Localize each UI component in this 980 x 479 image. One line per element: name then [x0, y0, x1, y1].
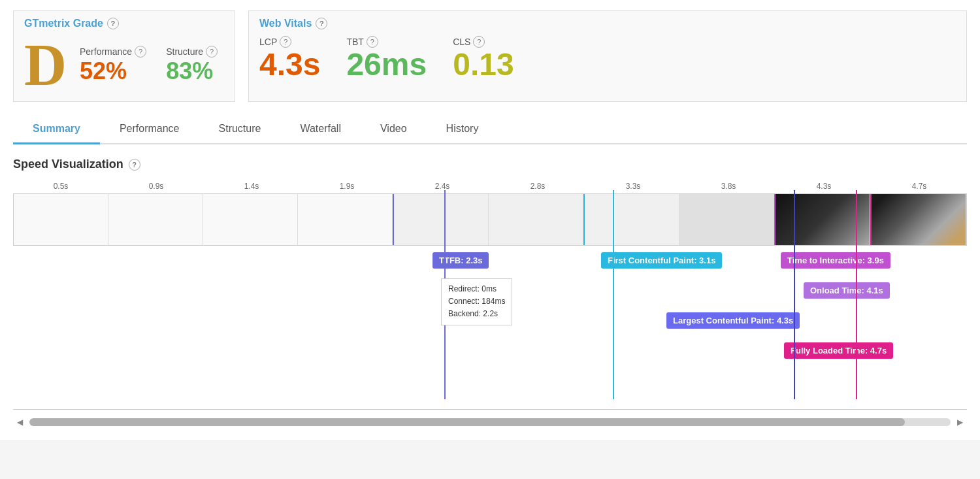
top-section: GTmetrix Grade ? D Performance ? 52% — [13, 10, 967, 102]
scrollbar-row: ◀ ▶ — [13, 415, 967, 429]
grade-metrics: Performance ? 52% Structure ? 83% — [80, 46, 218, 85]
filmstrip — [13, 193, 967, 246]
tbt-help-icon[interactable]: ? — [367, 36, 378, 48]
web-vitals-box: Web Vitals ? LCP ? 4.3s TBT ? 26ms — [248, 10, 967, 102]
speed-viz-help-icon[interactable]: ? — [129, 159, 140, 171]
ttfb-connect: Connect: 184ms — [448, 295, 505, 308]
timeline-scroll-container[interactable]: 0.5s 0.9s 1.4s 1.9s 2.4s 2.8s 3.3s 3.8s … — [13, 182, 967, 410]
frame-2 — [203, 194, 298, 245]
grade-inner: D Performance ? 52% Structure ? — [24, 36, 224, 95]
tick-5: 2.8s — [490, 182, 585, 191]
frame-0 — [14, 194, 108, 245]
tick-2: 1.4s — [204, 182, 299, 191]
grade-letter: D — [24, 36, 67, 95]
scroll-left-arrow[interactable]: ◀ — [13, 415, 27, 429]
structure-help-icon[interactable]: ? — [206, 46, 218, 58]
tabs-container: Summary Performance Structure Waterfall … — [13, 115, 967, 144]
frame-9 — [870, 194, 966, 245]
fcp-vline — [613, 190, 614, 399]
performance-metric: Performance ? 52% — [80, 46, 146, 85]
structure-metric-value: 83% — [166, 58, 213, 85]
ttfb-detail-box: Redirect: 0ms Connect: 184ms Backend: 2.… — [441, 278, 512, 325]
fully-vline — [856, 190, 857, 399]
tab-waterfall[interactable]: Waterfall — [280, 115, 361, 144]
timeline-inner: 0.5s 0.9s 1.4s 1.9s 2.4s 2.8s 3.3s 3.8s … — [13, 182, 967, 409]
lcp-value: 4.3s — [259, 48, 320, 82]
lcp-help-icon[interactable]: ? — [280, 36, 291, 48]
frame-6 — [583, 194, 679, 245]
tick-3: 1.9s — [299, 182, 395, 191]
lcp-label: LCP ? — [259, 36, 291, 48]
onload-badge: Onload Time: 4.1s — [804, 282, 890, 299]
web-vitals-help-icon[interactable]: ? — [316, 18, 327, 29]
main-container: GTmetrix Grade ? D Performance ? 52% — [0, 0, 980, 440]
lcp-vital: LCP ? 4.3s — [259, 36, 320, 82]
tick-4: 2.4s — [395, 182, 490, 191]
frame-3 — [298, 194, 393, 245]
structure-metric-label: Structure ? — [166, 46, 218, 58]
tick-1: 0.9s — [108, 182, 204, 191]
tick-7: 3.8s — [681, 182, 776, 191]
frame-5 — [489, 194, 583, 245]
tab-video[interactable]: Video — [361, 115, 427, 144]
timing-badges-area: TTFB: 2.3s Redirect: 0ms Connect: 184ms … — [13, 252, 967, 396]
gtmetrix-grade-box: GTmetrix Grade ? D Performance ? 52% — [13, 10, 235, 102]
web-vitals-label: Web Vitals — [259, 18, 312, 29]
lcp-badge: Largest Contentful Paint: 4.3s — [666, 312, 800, 329]
vitals-inner: LCP ? 4.3s TBT ? 26ms CLS ? — [259, 36, 956, 82]
tti-vline — [794, 190, 795, 399]
tab-summary[interactable]: Summary — [13, 115, 100, 144]
filmstrip-wrapper — [13, 193, 967, 252]
time-axis: 0.5s 0.9s 1.4s 1.9s 2.4s 2.8s 3.3s 3.8s … — [13, 182, 967, 191]
tick-6: 3.3s — [585, 182, 681, 191]
scrollbar-thumb — [29, 418, 905, 426]
tab-performance[interactable]: Performance — [100, 115, 199, 144]
ttfb-badge: TTFB: 2.3s — [433, 252, 489, 269]
speed-visualization-section: Speed Visualization ? 0.5s 0.9s 1.4s 1.9… — [13, 157, 967, 429]
scroll-right-arrow[interactable]: ▶ — [953, 415, 967, 429]
gtmetrix-grade-title: GTmetrix Grade ? — [24, 18, 224, 29]
tick-9: 4.7s — [872, 182, 967, 191]
scrollbar-track[interactable] — [29, 418, 951, 426]
performance-help-icon[interactable]: ? — [135, 46, 146, 58]
cls-vital: CLS ? 0.13 — [453, 36, 514, 82]
cls-help-icon[interactable]: ? — [473, 36, 485, 48]
gtmetrix-grade-label: GTmetrix Grade — [24, 18, 103, 29]
tbt-value: 26ms — [346, 48, 427, 82]
speed-viz-title: Speed Visualization ? — [13, 157, 967, 171]
frame-7 — [679, 194, 774, 245]
tab-history[interactable]: History — [427, 115, 498, 144]
performance-metric-value: 52% — [80, 58, 127, 85]
tbt-label: TBT ? — [346, 36, 378, 48]
tick-8: 4.3s — [776, 182, 872, 191]
performance-metric-label: Performance ? — [80, 46, 146, 58]
cls-value: 0.13 — [453, 48, 514, 82]
tick-0: 0.5s — [13, 182, 108, 191]
structure-metric: Structure ? 83% — [166, 46, 218, 85]
frame-4 — [393, 194, 489, 245]
frame-1 — [108, 194, 203, 245]
ttfb-redirect: Redirect: 0ms — [448, 283, 505, 295]
fcp-badge: First Contentful Paint: 3.1s — [601, 252, 722, 269]
fully-loaded-badge: Fully Loaded Time: 4.7s — [784, 342, 893, 359]
tab-structure[interactable]: Structure — [199, 115, 281, 144]
web-vitals-title: Web Vitals ? — [259, 18, 956, 29]
gtmetrix-grade-help-icon[interactable]: ? — [107, 18, 119, 29]
tbt-vital: TBT ? 26ms — [346, 36, 427, 82]
cls-label: CLS ? — [453, 36, 485, 48]
ttfb-backend: Backend: 2.2s — [448, 308, 505, 320]
tti-badge: Time to Interactive: 3.9s — [781, 252, 890, 269]
